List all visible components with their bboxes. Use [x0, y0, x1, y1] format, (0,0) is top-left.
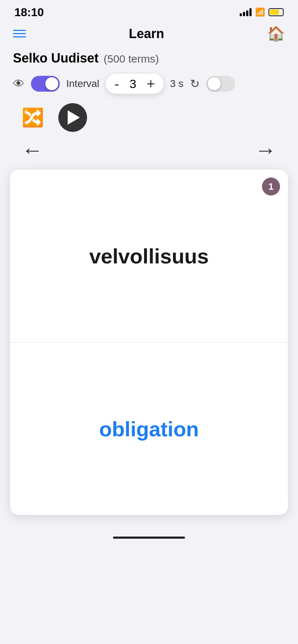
- page-title: Learn: [129, 26, 164, 41]
- controls-row: 👁 Interval - 3 + 3 s ↻: [0, 72, 298, 100]
- deck-info: Selko Uudiset (500 terms): [0, 48, 298, 72]
- status-icons: 📶 ⚡: [240, 8, 284, 17]
- card-badge: 1: [262, 178, 280, 196]
- menu-button[interactable]: [13, 30, 26, 37]
- shuffle-icon[interactable]: 🔀: [22, 107, 44, 128]
- autoplay-toggle-knob: [208, 77, 221, 90]
- home-indicator: [0, 529, 298, 544]
- autoplay-toggle[interactable]: [206, 76, 235, 92]
- status-time: 18:10: [14, 6, 44, 19]
- interval-decrease-button[interactable]: -: [114, 77, 119, 91]
- interval-increase-button[interactable]: +: [146, 77, 155, 91]
- nav-arrows-row: ← →: [0, 135, 298, 170]
- playback-row: 🔀: [0, 100, 298, 135]
- card-number-badge: 1: [268, 181, 274, 192]
- status-bar: 18:10 📶 ⚡: [0, 0, 298, 22]
- eye-icon[interactable]: 👁: [13, 77, 24, 91]
- signal-icon: [240, 8, 252, 16]
- interval-time-display: 3 s: [170, 78, 184, 89]
- card-back-word: obligation: [99, 417, 199, 441]
- card-front: velvollisuus: [10, 170, 288, 342]
- deck-terms-count: (500 terms): [104, 53, 159, 65]
- refresh-icon[interactable]: ↻: [190, 77, 200, 91]
- play-triangle-icon: [68, 110, 80, 125]
- card-front-word: velvollisuus: [89, 244, 209, 268]
- interval-label: Interval: [66, 78, 99, 89]
- home-button[interactable]: 🏠: [267, 25, 285, 42]
- interval-value: 3: [128, 77, 138, 91]
- toggle-knob: [45, 77, 58, 90]
- header: Learn 🏠: [0, 22, 298, 48]
- home-indicator-bar: [113, 537, 185, 539]
- deck-name: Selko Uudiset: [13, 51, 99, 66]
- flashcard[interactable]: 1 velvollisuus obligation: [10, 170, 288, 515]
- next-card-button[interactable]: →: [255, 138, 276, 162]
- previous-card-button[interactable]: ←: [22, 138, 43, 162]
- visibility-toggle[interactable]: [31, 76, 60, 92]
- card-back: obligation: [10, 342, 288, 515]
- interval-control: - 3 +: [106, 74, 164, 94]
- play-button[interactable]: [58, 103, 87, 132]
- battery-icon: ⚡: [268, 8, 284, 16]
- wifi-icon: 📶: [255, 8, 265, 17]
